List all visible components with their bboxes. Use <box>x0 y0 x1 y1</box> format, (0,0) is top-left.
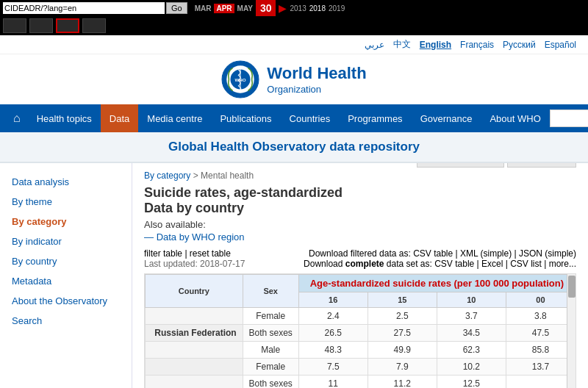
breadcrumb-by-category[interactable]: By category <box>144 170 190 181</box>
data-table: Country Sex Age-standardized suicide rat… <box>145 274 576 388</box>
breadcrumb-mental-health: Mental health <box>201 170 254 181</box>
sidebar-item-metadata[interactable]: Metadata <box>0 271 132 291</box>
breadcrumb: By category > Mental health <box>144 170 576 181</box>
nav-media-centre[interactable]: Media centre <box>138 104 211 132</box>
wayback-url-input[interactable] <box>3 2 165 14</box>
interactive-graph-button[interactable]: Interactive graph <box>417 163 504 168</box>
breadcrumb-separator: > <box>193 170 201 181</box>
table-cell-value <box>506 376 575 389</box>
lang-spanish[interactable]: Español <box>545 40 576 50</box>
col-header-main: Age-standardized suicide rates (per 100 … <box>298 275 575 292</box>
main-content: By category > Mental health Interactive … <box>132 163 588 388</box>
download-excel[interactable]: Excel <box>481 259 503 269</box>
cal-date: 30 <box>256 0 276 16</box>
nav-home-button[interactable]: ⌂ <box>6 104 28 132</box>
wayback-thumbnails-row <box>0 16 588 35</box>
sidebar-item-search[interactable]: Search <box>0 311 132 331</box>
table-cell-value: 3.7 <box>437 308 506 325</box>
nav-about-who[interactable]: About WHO <box>481 104 549 132</box>
table-cell-value: 2.5 <box>368 308 437 325</box>
table-cell-value: 48.3 <box>298 342 368 359</box>
sidebar-item-data-analysis[interactable]: Data analysis <box>0 172 132 192</box>
download-json[interactable]: JSON (simple) <box>519 248 576 259</box>
table-cell-value: 3.8 <box>506 308 575 325</box>
nav-data[interactable]: Data <box>101 104 138 132</box>
who-header: WHO World Health Organization <box>0 54 588 104</box>
wayback-bar: Go MAR APR MAY 30 ▶ 2013 2018 2019 <box>0 0 588 16</box>
download-links: Download filtered data as: CSV table | X… <box>304 248 576 269</box>
also-link-who-region[interactable]: Data by WHO region <box>144 231 576 242</box>
sidebar-item-by-indicator[interactable]: By indicator <box>0 231 132 251</box>
table-cell-sex: Female <box>243 359 298 376</box>
lang-russian[interactable]: Русский <box>503 40 536 50</box>
download-complete-csv[interactable]: CSV table <box>434 259 474 269</box>
table-cell-value: 11 <box>298 376 368 389</box>
col-header-country: Country <box>146 275 243 308</box>
page-title: Global Health Observatory data repositor… <box>7 140 581 154</box>
scrollbar[interactable] <box>567 274 576 388</box>
sidebar-item-by-category[interactable]: By category <box>0 212 132 231</box>
nav-search-input[interactable] <box>550 109 588 127</box>
data-table-wrapper: Country Sex Age-standardized suicide rat… <box>144 273 576 388</box>
who-logo-icon: WHO <box>221 60 259 98</box>
table-cell-value: 7.9 <box>368 359 437 376</box>
table-cell-value: 7.5 <box>298 359 368 376</box>
reset-table-link[interactable]: reset table <box>190 248 231 259</box>
cal-next-arrow[interactable]: ▶ <box>279 2 287 14</box>
table-cell-value: 13.7 <box>506 359 575 376</box>
sidebar-item-about-observatory[interactable]: About the Observatory <box>0 291 132 311</box>
content-heading: Suicide rates, age-standardized Data by … <box>144 185 576 216</box>
table-cell-sex: Female <box>243 308 298 325</box>
table-cell-sex: Both sexes <box>243 376 298 389</box>
heading-line1: Suicide rates, age-standardized <box>144 185 576 201</box>
table-cell-country: Russian Federation <box>146 325 243 342</box>
download-more[interactable]: more... <box>549 259 576 269</box>
table-row: Russian FederationBoth sexes26.527.534.5… <box>146 325 576 342</box>
table-cell-value: 26.5 <box>298 325 368 342</box>
cal-year-2019: 2019 <box>329 4 345 12</box>
static-graph-button[interactable]: Static graph <box>507 163 576 168</box>
lang-english[interactable]: English <box>420 40 451 50</box>
table-cell-country <box>146 359 243 376</box>
table-controls: filter table | reset table Last updated:… <box>144 248 245 269</box>
wayback-thumb-3[interactable] <box>82 18 106 33</box>
nav-governance[interactable]: Governance <box>412 104 481 132</box>
col-year-2016: 16 <box>298 292 368 308</box>
wayback-thumb-active[interactable] <box>56 18 79 33</box>
scrollbar-thumb <box>568 276 576 298</box>
nav-publications[interactable]: Publications <box>211 104 280 132</box>
heading-line2: Data by country <box>144 201 576 216</box>
wayback-thumb-2[interactable] <box>29 18 53 33</box>
org-name-line1: World Health <box>267 64 366 83</box>
wayback-go-button[interactable]: Go <box>166 2 187 14</box>
download-csv-table[interactable]: CSV table <box>413 248 453 259</box>
cal-month-apr: APR <box>214 4 234 13</box>
who-logo-text: World Health Organization <box>267 64 366 94</box>
table-cell-sex: Male <box>243 342 298 359</box>
lang-french[interactable]: Français <box>460 40 494 50</box>
col-year-2000: 00 <box>506 292 575 308</box>
nav-health-topics[interactable]: Health topics <box>28 104 101 132</box>
col-header-sex: Sex <box>243 275 298 308</box>
sidebar-item-by-theme[interactable]: By theme <box>0 192 132 212</box>
table-row: Male48.349.962.385.8 <box>146 342 576 359</box>
lang-arabic[interactable]: عربي <box>365 40 384 50</box>
sidebar-item-by-country[interactable]: By country <box>0 251 132 271</box>
lang-chinese[interactable]: 中文 <box>393 38 411 51</box>
wayback-thumb-1[interactable] <box>3 18 26 33</box>
page-title-bar: Global Health Observatory data repositor… <box>0 132 588 163</box>
table-cell-value: 11.2 <box>368 376 437 389</box>
download-xml[interactable]: XML (simple) <box>460 248 512 259</box>
nav-search-area: Search <box>550 104 588 132</box>
nav-countries[interactable]: Countries <box>281 104 340 132</box>
filter-table-link[interactable]: filter table <box>144 248 182 259</box>
col-year-2010: 10 <box>437 292 506 308</box>
nav-programmes[interactable]: Programmes <box>339 104 411 132</box>
col-year-2015: 15 <box>368 292 437 308</box>
table-cell-value: 49.9 <box>368 342 437 359</box>
cal-month-mar: MAR <box>195 4 212 12</box>
sidebar: Data analysis By theme By category By in… <box>0 163 132 388</box>
cal-month-may: MAY <box>237 4 253 12</box>
table-cell-sex: Both sexes <box>243 325 298 342</box>
download-csv-list[interactable]: CSV list <box>510 259 542 269</box>
